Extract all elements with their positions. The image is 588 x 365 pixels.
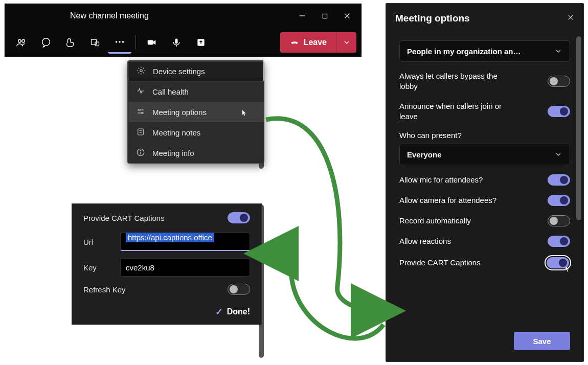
svg-point-6 [42, 38, 50, 46]
reactions-icon[interactable] [59, 31, 82, 54]
chat-icon[interactable] [34, 31, 58, 54]
svg-point-20 [141, 112, 143, 113]
pulse-icon [136, 86, 145, 97]
reactions-label: Allow reactions [399, 236, 451, 246]
menu-label: Meeting options [152, 108, 207, 117]
notes-icon [136, 127, 145, 138]
svg-point-4 [18, 40, 21, 43]
record-toggle[interactable] [548, 215, 570, 226]
menu-meeting-notes[interactable]: Meeting notes [128, 122, 264, 143]
cart-title: Provide CART Captions [83, 214, 165, 222]
menu-label: Meeting info [152, 149, 194, 157]
done-row: ✓ Done! [83, 306, 250, 317]
record-label: Record automatically [399, 216, 471, 226]
reactions-toggle[interactable] [548, 236, 570, 247]
svg-point-9 [116, 41, 118, 43]
key-value: cve2ku8 [126, 263, 154, 272]
bypass-label: Always let callers bypass the lobby [399, 71, 517, 92]
svg-point-11 [122, 41, 124, 43]
maximize-button[interactable] [314, 8, 335, 24]
save-button[interactable]: Save [514, 332, 570, 350]
menu-meeting-info[interactable]: Meeting info [128, 143, 264, 163]
minimize-button[interactable] [292, 8, 312, 24]
svg-rect-13 [175, 39, 178, 44]
meeting-options-panel: Meeting options People in my organizatio… [386, 3, 584, 362]
mic-icon[interactable] [165, 31, 188, 54]
leave-dropdown[interactable] [336, 32, 356, 53]
menu-label: Device settings [153, 67, 205, 76]
gear-icon [137, 66, 146, 77]
titlebar: New channel meeting [5, 4, 361, 28]
key-input[interactable]: cve2ku8 [120, 258, 250, 277]
more-menu: Device settings Call health Meeting opti… [127, 60, 264, 164]
leave-button[interactable]: Leave [280, 32, 336, 53]
menu-device-settings[interactable]: Device settings [128, 61, 264, 81]
svg-point-5 [22, 40, 25, 43]
close-button[interactable] [337, 8, 357, 24]
announce-label: Announce when callers join or leave [399, 101, 517, 122]
svg-rect-8 [95, 42, 99, 46]
cart-opt-label: Provide CART Captions [399, 258, 481, 268]
menu-label: Meeting notes [152, 128, 200, 137]
svg-rect-12 [148, 40, 153, 44]
svg-point-26 [140, 150, 141, 151]
cart-toggle[interactable] [228, 212, 250, 223]
sliders-icon [136, 107, 145, 118]
announce-toggle[interactable] [548, 106, 570, 117]
check-icon: ✓ [215, 306, 223, 317]
refresh-label: Refresh Key [83, 285, 126, 294]
url-label: Url [83, 238, 109, 246]
mic-label: Allow mic for attendees? [399, 175, 483, 185]
lobby-dropdown[interactable]: People in my organization an… [399, 40, 570, 62]
mic-toggle[interactable] [548, 174, 570, 186]
svg-point-16 [140, 69, 143, 72]
camera-icon[interactable] [140, 31, 164, 54]
close-icon[interactable] [567, 14, 574, 23]
svg-point-19 [139, 109, 140, 110]
menu-call-health[interactable]: Call health [128, 81, 264, 102]
more-actions-button[interactable] [108, 31, 131, 54]
camera-label: Allow camera for attendees? [399, 195, 496, 206]
leave-label: Leave [304, 38, 327, 47]
meeting-toolbar: Leave [5, 28, 361, 57]
refresh-toggle[interactable] [228, 284, 250, 295]
meeting-window: New channel meeting [4, 3, 362, 57]
share-icon[interactable] [189, 31, 213, 54]
done-label: Done! [227, 307, 250, 316]
url-input[interactable]: https://api.captions.office [120, 233, 250, 251]
bypass-toggle[interactable] [548, 76, 570, 87]
present-label: Who can present? [399, 131, 570, 140]
chevron-down-icon [554, 150, 562, 158]
svg-point-10 [119, 41, 121, 43]
svg-rect-1 [323, 14, 327, 18]
present-value: Everyone [407, 150, 442, 159]
lobby-value: People in my organization an… [407, 47, 521, 56]
window-title: New channel meeting [70, 11, 292, 20]
people-icon[interactable] [10, 31, 33, 54]
key-label: Key [83, 263, 109, 272]
rooms-icon[interactable] [83, 31, 107, 54]
svg-rect-21 [138, 129, 144, 135]
url-value: https://api.captions.office [126, 233, 214, 242]
cursor-icon [239, 109, 248, 120]
leave-group: Leave [280, 32, 356, 53]
toolbar-divider [135, 35, 136, 50]
present-dropdown[interactable]: Everyone [399, 144, 570, 165]
options-title: Meeting options [395, 13, 470, 24]
menu-label: Call health [152, 87, 189, 96]
camera-toggle[interactable] [548, 195, 570, 206]
menu-meeting-options[interactable]: Meeting options [128, 102, 264, 122]
scrollbar[interactable] [576, 36, 581, 220]
cart-panel: Provide CART Captions Url https://api.ca… [72, 203, 262, 325]
chevron-down-icon [554, 47, 562, 55]
cursor-icon [562, 264, 572, 277]
info-icon [136, 148, 145, 158]
